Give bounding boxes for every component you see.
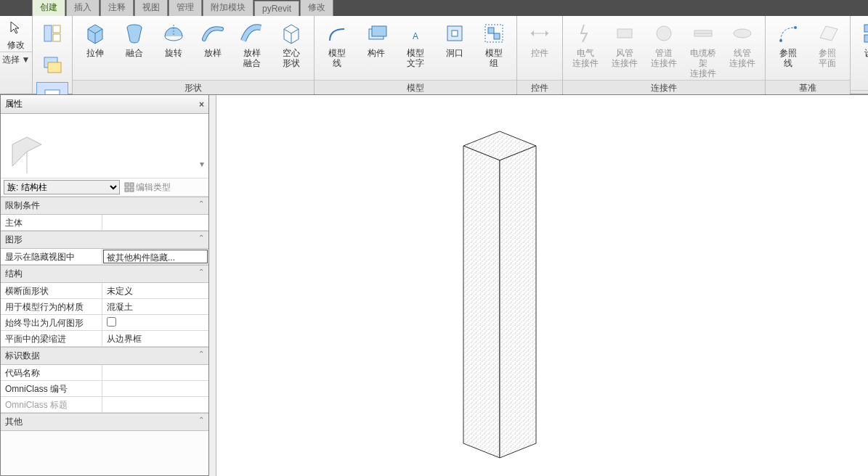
group-models-label: 模型 (315, 80, 516, 96)
blend-button[interactable]: 融合 (116, 19, 153, 80)
model-group-button[interactable]: 模型 组 (476, 19, 512, 80)
tab-insert[interactable]: 插入 (66, 0, 100, 16)
prop-section-label: 横断面形状 (1, 283, 102, 298)
svg-point-30 (734, 29, 751, 38)
svg-rect-26 (617, 29, 632, 38)
tab-pyrevit[interactable]: pyRevit (254, 1, 299, 16)
prop-host-value[interactable] (102, 215, 208, 230)
prop-code-value[interactable] (102, 365, 208, 380)
svg-rect-19 (452, 30, 458, 36)
group-settings-label (851, 90, 868, 94)
tab-create[interactable]: 创建 (32, 0, 65, 16)
modify-label: 修改 (7, 39, 25, 52)
ribbon: 修改 选择 ▼ 属性 拉伸 融合 旋转 放样 放样 融合 空心 形状 形状 模型… (0, 16, 868, 94)
prop-beam-value[interactable]: 从边界框 (102, 331, 208, 346)
family-types-icon[interactable] (37, 51, 68, 80)
svg-rect-4 (48, 62, 61, 73)
group-constraints[interactable]: 限制条件⌃ (1, 197, 208, 215)
group-shapes-label: 形状 (73, 80, 314, 96)
select-dropdown[interactable]: 选择 ▼ (0, 52, 32, 67)
prop-beam-label: 平面中的梁缩进 (1, 331, 102, 346)
svg-marker-24 (545, 30, 548, 36)
extrude-button[interactable]: 拉伸 (77, 19, 113, 80)
duct-connector-button: 风管 连接件 (607, 19, 643, 80)
svg-rect-21 (488, 28, 494, 33)
prop-omni-label: OmniClass 编号 (1, 381, 102, 396)
cabletray-connector-button: 电缆桥架 连接件 (685, 19, 721, 80)
viewport-3d[interactable] (209, 94, 868, 476)
prop-section-value[interactable]: 未定义 (102, 283, 208, 298)
svg-marker-48 (500, 146, 536, 458)
reference-plane-button: 参照 平面 (809, 19, 845, 80)
svg-rect-2 (53, 34, 60, 41)
cursor-icon[interactable] (7, 19, 25, 36)
group-other[interactable]: 其他⌃ (1, 413, 208, 431)
svg-rect-40 (130, 188, 134, 192)
prop-material-label: 用于模型行为的材质 (1, 299, 102, 314)
chevron-down-icon[interactable]: ▾ (200, 159, 204, 169)
tab-modify[interactable]: 修改 (300, 0, 333, 16)
reference-line-button[interactable]: 参照 线 (770, 19, 806, 80)
ribbon-tabs: 创建 插入 注释 视图 管理 附加模块 pyRevit 修改 (0, 0, 868, 16)
properties-palette: 属性 × ▾ 族: 结构柱 编辑类型 限制条件⌃ 主体 图形⌃ 显示在隐藏视图中… (0, 94, 209, 476)
prop-material-value[interactable]: 混凝土 (102, 299, 208, 314)
prop-export-checkbox[interactable] (107, 317, 116, 327)
prop-code-label: 代码名称 (1, 365, 102, 380)
group-identity[interactable]: 标识数据⌃ (1, 347, 208, 365)
svg-point-32 (794, 26, 797, 29)
type-preview[interactable]: ▾ (1, 114, 208, 178)
model-line-button[interactable]: 模型 线 (319, 19, 355, 80)
group-structure[interactable]: 结构⌃ (1, 265, 208, 283)
svg-text:A: A (413, 31, 418, 41)
edit-type-button[interactable]: 编辑类型 (124, 181, 171, 194)
conduit-connector-button: 线管 连接件 (724, 19, 760, 80)
svg-point-31 (779, 39, 782, 42)
svg-point-27 (657, 26, 671, 41)
prop-export-value[interactable] (102, 315, 208, 330)
properties-toggle-icon[interactable] (37, 19, 68, 48)
prop-export-label: 始终导出为几何图形 (1, 315, 102, 330)
svg-rect-1 (53, 25, 60, 33)
palette-title: 属性 (5, 98, 23, 110)
void-forms-button[interactable]: 空心 形状 (273, 19, 309, 80)
viewport-content (209, 95, 863, 472)
workspace: 属性 × ▾ 族: 结构柱 编辑类型 限制条件⌃ 主体 图形⌃ 显示在隐藏视图中… (0, 94, 868, 476)
group-datum-label: 基准 (766, 80, 850, 96)
prop-hidden-label: 显示在隐藏视图中 (1, 249, 102, 264)
tab-annotate[interactable]: 注释 (100, 0, 134, 16)
tab-manage[interactable]: 管理 (169, 0, 202, 16)
group-graphics[interactable]: 图形⌃ (1, 231, 208, 249)
svg-rect-16 (372, 26, 386, 36)
svg-rect-22 (494, 33, 500, 39)
group-controls-label: 控件 (517, 80, 562, 96)
svg-rect-35 (864, 35, 868, 42)
opening-button[interactable]: 洞口 (437, 19, 473, 80)
sweep-button[interactable]: 放样 (195, 19, 231, 80)
close-icon[interactable]: × (199, 99, 204, 110)
revolve-button[interactable]: 旋转 (155, 19, 192, 80)
prop-omni-value[interactable] (102, 381, 208, 396)
tab-view[interactable]: 视图 (134, 0, 168, 16)
tab-addins[interactable]: 附加模块 (203, 0, 253, 16)
settings-button[interactable]: 设置 (855, 19, 868, 80)
svg-marker-47 (463, 146, 500, 458)
svg-rect-38 (130, 183, 134, 186)
svg-rect-33 (864, 25, 868, 32)
family-selector[interactable]: 族: 结构柱 (4, 180, 120, 194)
prop-omnit-label: OmniClass 标题 (1, 397, 102, 412)
electrical-connector-button: 电气 连接件 (567, 19, 604, 80)
svg-rect-0 (44, 25, 52, 41)
control-button: 控件 (522, 19, 558, 80)
prop-host-label: 主体 (1, 215, 102, 230)
svg-marker-25 (531, 30, 534, 36)
prop-hidden-value[interactable]: 被其他构件隐藏... (103, 250, 208, 263)
group-connectors-label: 连接件 (563, 80, 765, 96)
svg-rect-39 (125, 188, 129, 192)
model-text-button[interactable]: A模型 文字 (397, 19, 434, 80)
pipe-connector-button: 管道 连接件 (646, 19, 682, 80)
prop-omnit-value (102, 397, 208, 412)
component-button[interactable]: 构件 (358, 19, 394, 80)
swept-blend-button[interactable]: 放样 融合 (234, 19, 270, 80)
svg-rect-37 (125, 183, 129, 186)
properties-table: 限制条件⌃ 主体 图形⌃ 显示在隐藏视图中被其他构件隐藏... 结构⌃ 横断面形… (1, 197, 208, 475)
